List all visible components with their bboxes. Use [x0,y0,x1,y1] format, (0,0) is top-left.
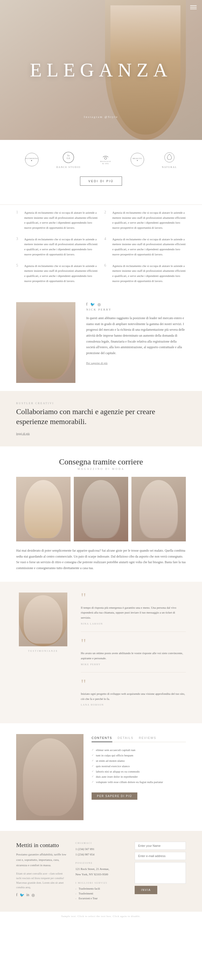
quote-mark-3: " [81,679,186,689]
profile-text: In questi anni abbiamo raggiunto la posi… [86,315,186,356]
grid-section: 1 Agenzia di reclutamento che si occupa … [0,205,202,294]
grid-item-4: 4 Agenzia di reclutamento che si occupa … [104,237,186,257]
testimonials-image [19,592,67,646]
grid-text-6: Agenzia di reclutamento che si occupa di… [112,263,186,283]
banner-section: RUSTLER CREATIVI Collaboriamo con marchi… [0,391,202,446]
delivery-image-2 [74,477,128,541]
leggi-link[interactable]: leggi di più [16,432,30,435]
contact-form: INVIA [135,842,186,894]
profile-section: f 🐦 ◎ NICK PERRY In questi anni abbiamo … [0,294,202,391]
testimonials-right: " Il tempo di risposta più emergenza è g… [81,592,186,713]
testimonials-section: TESTIMONIANZE " Il tempo di risposta più… [0,582,202,723]
profile-content: f 🐦 ◎ NICK PERRY In questi anni abbiamo … [86,302,186,365]
contact-twitter-icon[interactable]: 🐦 [20,893,24,897]
tab-contents[interactable]: CONTENTS [91,734,112,742]
posizione-label: POSIZIONE [75,862,127,864]
testimonial-text-1: Il tempo di risposta più emergenza è gar… [81,605,186,620]
testimonial-text-2: Ho avuto un ottimo posto avete abilitand… [81,651,186,660]
instagram-icon[interactable]: ◎ [98,302,101,307]
service-item: Trasferimento facili [75,886,127,891]
grid-num-6: 6 [104,263,109,283]
grid-text-3: Agenzia di reclutamento che si occupa di… [24,237,98,257]
tabs-section: CONTENTS DETAILS REVIEWS elimur sem acca… [0,723,202,831]
testimonial-3: " Iniziato ogni progetto di sviluppo web… [81,679,186,713]
vedi-piu-button[interactable]: VEDI DI PIÙ [80,177,122,186]
profile-image [16,302,75,383]
contact-desc: Possiamo garantire affidabilità, tariffe… [16,852,67,868]
testimonial-1: " Il tempo di risposta più emergenza è g… [81,592,186,632]
testimonials-label: TESTIMONIANZE [16,649,70,652]
grid-text-2: Agenzia di reclutamento che si occupa di… [112,210,186,230]
delivery-text: Hai mai desiderato di poter semplicement… [16,548,186,571]
check-list: elimur sem accaeculi capitali nantunt in… [91,748,186,785]
profile-name: NICK PERRY [86,308,186,311]
check-list-item: elimur sem accaeculi capitali nan [91,748,186,753]
chiamaci-label: CHIAMACI [75,842,127,845]
grid-num-3: 3 [16,237,21,257]
grid-item-2: 2 Agenzia di reclutamento che si occupa … [104,210,186,230]
grid-item-1: 1 Agenzia di reclutamento che si occupa … [16,210,98,230]
quote-mark-1: " [81,592,186,603]
grid-num-1: 1 [16,210,21,230]
facebook-icon[interactable]: f [86,302,88,307]
service-item: Escursioni e Tour [75,896,127,901]
grid-num-2: 2 [104,210,109,230]
check-list-item: ut enim ad moten ulamo [91,758,186,764]
grid-item-6: 6 Agenzia di reclutamento che si occupa … [104,263,186,283]
grid-item-5: 5 Agenzia di reclutamento che si occupa … [16,263,98,283]
tab-details[interactable]: DETAILS [118,734,134,742]
contact-section: Mettiti in contatto Possiamo garantire a… [0,831,202,912]
contact-title: Mettiti in contatto [16,842,67,849]
grid-num-5: 5 [16,263,21,283]
testimonial-name-3: LANA HOBSON [81,703,186,706]
contact-middle: CHIAMACI 1 (234) 567 891 1 (234) 987 654… [75,842,127,900]
brand-beauty: BEAUTY✦ [131,153,144,166]
svg-point-3 [104,157,107,159]
contact-phone1: 1 (234) 567 891 [75,846,127,852]
testimonial-name-2: MIKE PERRY [81,663,186,666]
tabs-nav: CONTENTS DETAILS REVIEWS [91,734,186,742]
contact-facebook-icon[interactable]: f [16,893,18,897]
testimonial-text-3: Iniziato ogni progetto di sviluppo web a… [81,691,186,701]
twitter-icon[interactable]: 🐦 [90,302,95,307]
per-sapere-piu-button[interactable]: PER SAPERE DI PIÙ [91,792,137,800]
form-name-input[interactable] [135,842,186,850]
hero-section: ELEGANZA Instagram @Style [0,0,202,140]
delivery-section: Consegna tramite corriere MAGAZZINO DI M… [0,446,202,582]
form-message-textarea[interactable] [135,862,186,884]
contact-left: Mettiti in contatto Possiamo garantire a… [16,842,67,897]
brand-yoga: YoGA DANCE STUDIO [56,151,80,169]
contact-linkedin-icon[interactable]: in [26,893,29,897]
delivery-title: Consegna tramite corriere [16,457,186,466]
banner-label: RUSTLER CREATIVI [16,402,186,405]
grid-item-3: 3 Agenzia di reclutamento che si occupa … [16,237,98,257]
footer-note: Sample text. Click to select the text bo… [0,912,202,921]
testimonial-name-1: NINA LARSON [81,622,186,625]
grid-num-4: 4 [104,237,109,257]
testimonial-2: " Ho avuto un ottimo posto avete abilita… [81,638,186,673]
form-submit-button[interactable]: INVIA [135,886,157,894]
tabs-product-image [16,734,83,820]
tabs-content-area: CONTENTS DETAILS REVIEWS elimur sem acca… [91,734,186,820]
servizi-label: I MIGLIORI SERVIZI [75,881,127,884]
per-sapere-link[interactable]: Per saperne di più [86,361,107,364]
delivery-image-1 [16,477,71,541]
delivery-subtitle: MAGAZZINO DI MODA [16,468,186,470]
delivery-images [16,477,186,541]
contact-instagram-icon[interactable]: ◎ [32,893,35,897]
tab-reviews[interactable]: REVIEWS [139,734,157,742]
hero-subtitle: Instagram @Style [84,115,118,118]
contact-small-text: Etiam sit amet convallis acer - clam sol… [16,871,67,889]
quote-mark-2: " [81,638,186,649]
testimonials-left: TESTIMONIANZE [16,592,70,713]
svg-text:Yo: Yo [67,154,70,157]
grid-text-1: Agenzia di reclutamento che si occupa di… [24,210,98,230]
hamburger-menu[interactable] [190,5,197,9]
grid-text-4: Agenzia di reclutamento che si occupa di… [112,237,186,257]
check-list-item: voluptate velit esse cillum dolore eu fu… [91,780,186,785]
check-list-item: duis aute irure dolor in reprehender [91,774,186,780]
contact-social: f 🐦 in ◎ [16,893,67,897]
service-item: Trasferimenti [75,891,127,896]
brand-yoga-label: DANCE STUDIO [56,166,80,169]
form-email-input[interactable] [135,852,186,860]
